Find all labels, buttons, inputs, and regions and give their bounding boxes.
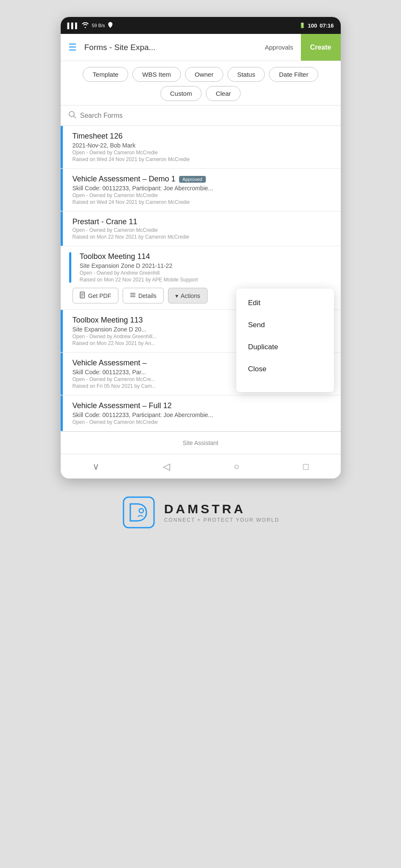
form-item-content: Timesheet 126 2021-Nov-22, Bob Mark Open… (69, 132, 334, 162)
accent-bar (61, 211, 63, 246)
clock: 07:16 (320, 22, 334, 29)
form-subtitle: 2021-Nov-22, Bob Mark (73, 142, 334, 149)
form-meta1: Open - Owned by Cameron McCredie (73, 419, 334, 425)
svg-point-11 (139, 509, 143, 513)
form-title: Timesheet 126 (73, 132, 334, 141)
filter-clear[interactable]: Clear (206, 86, 241, 101)
nav-back[interactable]: ◁ (154, 458, 179, 476)
filter-template[interactable]: Template (83, 67, 128, 82)
form-title: Prestart - Crane 11 (73, 217, 334, 226)
chevron-down-icon: ▾ (175, 292, 178, 299)
damstra-logo (122, 495, 156, 529)
location-icon (107, 22, 113, 29)
accent-bar (61, 395, 63, 431)
svg-line-2 (74, 116, 76, 118)
create-button[interactable]: Create (301, 34, 341, 61)
details-button[interactable]: Details (123, 288, 164, 303)
svg-point-1 (69, 111, 74, 117)
actions-button[interactable]: ▾ Actions (168, 288, 208, 303)
damstra-text: DAMSTRA CONNECT + PROTECT YOUR WORLD (164, 502, 280, 523)
accent-bar (61, 353, 63, 395)
approved-badge: Approved (179, 176, 206, 183)
filter-status[interactable]: Status (227, 67, 265, 82)
form-item-content: Vehicle Assessment – Full 12 Skill Code:… (69, 401, 334, 425)
get-pdf-button[interactable]: Get PDF (73, 288, 118, 303)
damstra-name: DAMSTRA (164, 502, 280, 516)
filter-owner[interactable]: Owner (185, 67, 223, 82)
filter-date[interactable]: Date Filter (269, 67, 318, 82)
app-header: ☰ Forms - Site Expa... Approvals Create (61, 34, 341, 61)
nav-recents[interactable]: □ (294, 458, 317, 476)
battery-icon: 🔋 (299, 22, 306, 28)
form-meta2: Raised on Wed 24 Nov 2021 by Cameron McC… (73, 156, 334, 162)
accent-bar (69, 252, 71, 283)
list-icon (130, 292, 136, 299)
filter-bar: Template WBS Item Owner Status Date Filt… (61, 61, 341, 106)
form-item-content: Prestart - Crane 11 Open - Owned by Came… (69, 217, 334, 240)
search-bar (61, 106, 341, 126)
search-icon (68, 111, 76, 120)
list-item[interactable]: Prestart - Crane 11 Open - Owned by Came… (61, 211, 341, 246)
form-subtitle: Skill Code: 00112233, Participant: Joe A… (73, 185, 334, 192)
phone-frame: ▌▌▌ 59 B/s 🔋 100 07:16 ☰ (61, 17, 341, 479)
list-item[interactable]: Vehicle Assessment – Demo 1 Approved Ski… (61, 169, 341, 211)
accent-bar (61, 126, 63, 168)
actions-dropdown: Edit Send Duplicate Close (236, 289, 334, 392)
wifi-icon (81, 22, 89, 29)
form-meta1: Open - Owned by Cameron McCredie (73, 150, 334, 156)
nav-chevron[interactable]: ∨ (84, 458, 108, 476)
form-meta1: Open - Owned by Cameron McCredie (73, 227, 334, 233)
search-input[interactable] (80, 112, 333, 120)
dropdown-duplicate[interactable]: Duplicate (236, 336, 334, 358)
nav-bar: ∨ ◁ ○ □ (61, 454, 341, 479)
menu-button[interactable]: ☰ (61, 42, 84, 53)
nav-home[interactable]: ○ (225, 458, 248, 476)
status-bar: ▌▌▌ 59 B/s 🔋 100 07:16 (61, 17, 341, 34)
battery-level: 100 (308, 22, 317, 29)
dropdown-send[interactable]: Send (236, 314, 334, 336)
form-title: Toolbox Meeting 114 (80, 252, 334, 261)
signal-icon: ▌▌▌ (67, 22, 79, 29)
form-meta2: Raised on Mon 22 Nov 2021 by Cameron McC… (73, 234, 334, 240)
form-meta1: Open - Owned by Andrew Greenhill (80, 270, 334, 276)
damstra-branding: DAMSTRA CONNECT + PROTECT YOUR WORLD (122, 495, 280, 529)
dropdown-edit[interactable]: Edit (236, 292, 334, 314)
form-meta2: Raised on Wed 24 Nov 2021 by Cameron McC… (73, 199, 334, 205)
form-subtitle: Site Expansion Zone D 2021-11-22 (80, 262, 334, 269)
form-subtitle: Skill Code: 00112233, Participant: Joe A… (73, 412, 334, 418)
accent-bar (61, 310, 63, 352)
form-item-content: Vehicle Assessment – Demo 1 Approved Ski… (69, 175, 334, 205)
pdf-icon (80, 292, 86, 300)
list-item[interactable]: Toolbox Meeting 114 Site Expansion Zone … (61, 246, 341, 310)
data-speed: 59 B/s (92, 23, 105, 28)
damstra-tagline: CONNECT + PROTECT YOUR WORLD (164, 517, 280, 523)
filter-wbs-item[interactable]: WBS Item (132, 67, 181, 82)
form-meta1: Open - Owned by Cameron McCredie (73, 192, 334, 198)
form-title: Vehicle Assessment – Demo 1 Approved (73, 175, 334, 184)
filter-custom[interactable]: Custom (160, 86, 202, 101)
form-item-content: Toolbox Meeting 114 Site Expansion Zone … (76, 252, 334, 283)
svg-rect-10 (123, 497, 154, 528)
approvals-button[interactable]: Approvals (257, 44, 301, 51)
form-meta2: Raised on Mon 22 Nov 2021 by APE Mobile … (80, 277, 334, 283)
accent-bar (61, 169, 63, 211)
form-title: Vehicle Assessment – Full 12 (73, 401, 334, 410)
page-title: Forms - Site Expa... (84, 43, 257, 52)
dropdown-close[interactable]: Close (236, 358, 334, 380)
list-item[interactable]: Vehicle Assessment – Full 12 Skill Code:… (61, 395, 341, 431)
site-assistant[interactable]: Site Assistant (61, 431, 341, 454)
form-list: Timesheet 126 2021-Nov-22, Bob Mark Open… (61, 126, 341, 431)
list-item[interactable]: Timesheet 126 2021-Nov-22, Bob Mark Open… (61, 126, 341, 169)
